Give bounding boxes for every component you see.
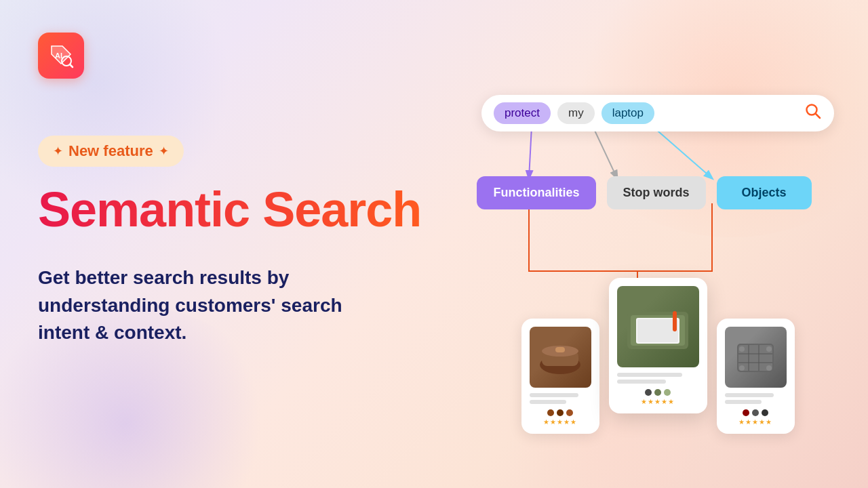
search-chip-protect: protect	[494, 102, 551, 124]
svg-line-2	[70, 64, 73, 67]
product-dots-sleeve	[645, 389, 671, 396]
svg-point-25	[739, 365, 745, 371]
product-lines-case	[725, 393, 787, 407]
product-stars-sleeve: ★★★★★	[641, 398, 675, 405]
product-image-sleeve	[617, 286, 699, 367]
product-image-case	[725, 327, 787, 388]
product-card-pouch: ★★★★★	[521, 319, 599, 434]
product-lines-pouch	[530, 393, 591, 407]
cat-stopwords: Stop words	[607, 176, 706, 209]
svg-point-26	[766, 365, 772, 371]
cat-objects: Objects	[717, 176, 812, 209]
svg-rect-11	[555, 347, 565, 352]
badge-label: New feature	[68, 142, 153, 160]
product-cards: ★★★★★	[461, 278, 854, 434]
page-background: AI ✦ New feature ✦ Semantic Search Get b…	[0, 0, 868, 488]
search-icon	[804, 102, 822, 124]
svg-text:AI: AI	[55, 52, 62, 60]
svg-point-23	[739, 346, 745, 352]
search-chip-my: my	[557, 102, 595, 124]
product-stars-pouch: ★★★★★	[543, 418, 577, 426]
subtitle-text: Get better search results by understandi…	[38, 264, 363, 347]
sparkle-right-icon: ✦	[159, 144, 169, 159]
logo-icon: AI	[46, 41, 76, 70]
search-bar[interactable]: protect my laptop	[481, 95, 834, 131]
product-card-case: ★★★★★	[717, 319, 795, 434]
product-dots-pouch	[547, 409, 573, 416]
product-stars-case: ★★★★★	[738, 418, 772, 426]
product-lines-sleeve	[617, 373, 699, 386]
diagram-container: protect my laptop Functionalities Stop w…	[427, 54, 848, 447]
product-image-pouch	[530, 327, 591, 388]
sparkle-left-icon: ✦	[53, 144, 63, 159]
svg-point-24	[766, 346, 772, 352]
main-heading: Semantic Search	[38, 183, 421, 237]
new-feature-badge: ✦ New feature ✦	[38, 136, 184, 167]
svg-rect-16	[673, 311, 677, 331]
svg-line-7	[816, 114, 821, 119]
product-dots-case	[743, 409, 768, 416]
product-card-sleeve: ★★★★★	[609, 278, 707, 413]
cat-functionalities: Functionalities	[477, 176, 595, 209]
search-chip-laptop: laptop	[601, 102, 654, 124]
svg-rect-15	[637, 319, 678, 342]
category-boxes: Functionalities Stop words Objects	[441, 176, 848, 209]
app-logo[interactable]: AI	[38, 33, 84, 79]
